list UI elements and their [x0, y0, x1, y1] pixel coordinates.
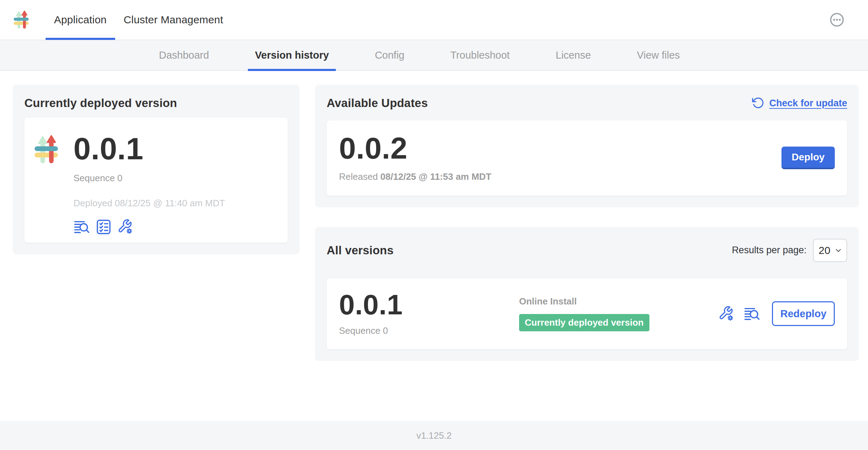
deployed-sequence-label: Sequence 0	[73, 173, 225, 184]
install-type-label: Online Install	[519, 296, 718, 307]
subnav-tab-version-history[interactable]: Version history	[255, 40, 329, 71]
deploy-button[interactable]: Deploy	[781, 147, 835, 169]
deployed-version-card: 0.0.1 Sequence 0 Deployed 08/12/25 @ 11:…	[24, 118, 288, 243]
check-for-update-link[interactable]: Check for update	[751, 97, 847, 109]
row-sequence-label: Sequence 0	[339, 325, 519, 336]
config-wrench-icon	[718, 306, 735, 322]
available-updates-card: Available Updates Check for update 0.0.2…	[315, 85, 859, 207]
subnav-tab-troubleshoot[interactable]: Troubleshoot	[450, 40, 510, 71]
update-version-number: 0.0.2	[339, 134, 492, 163]
deploy-logs-button[interactable]	[73, 219, 90, 235]
available-updates-title: Available Updates	[327, 96, 428, 110]
row-status-info: Online Install Currently deployed versio…	[519, 296, 718, 331]
subnav-tab-view-files[interactable]: View files	[637, 40, 680, 71]
active-subnav-underline	[248, 69, 336, 71]
tab-cluster-management-label: Cluster Management	[124, 14, 223, 26]
overflow-menu-button[interactable]	[829, 12, 845, 28]
deployed-timestamp: Deployed 08/12/25 @ 11:40 am MDT	[73, 198, 225, 209]
tab-application[interactable]: Application	[46, 0, 115, 40]
row-version-info: 0.0.1 Sequence 0	[339, 291, 519, 336]
deploy-logs-button[interactable]	[744, 306, 760, 322]
subnav-tab-config[interactable]: Config	[375, 40, 404, 71]
results-per-page-value: 20	[819, 244, 830, 256]
all-versions-card: All versions Results per page: 20 0.0.	[315, 227, 859, 361]
tab-application-label: Application	[54, 14, 107, 26]
results-per-page: Results per page: 20	[732, 239, 847, 262]
subnav-tab-dashboard[interactable]: Dashboard	[159, 40, 209, 71]
console-version: v1.125.2	[416, 430, 452, 441]
results-per-page-select[interactable]: 20	[813, 239, 847, 262]
row-version-number: 0.0.1	[339, 291, 519, 318]
deployed-version-number: 0.0.1	[73, 134, 225, 164]
console-footer: v1.125.2	[0, 421, 868, 450]
update-released-timestamp: Released 08/12/25 @ 11:53 am MDT	[339, 171, 492, 182]
tab-cluster-management[interactable]: Cluster Management	[115, 0, 232, 40]
deployed-version-info: 0.0.1 Sequence 0 Deployed 08/12/25 @ 11:…	[73, 134, 225, 235]
deploy-logs-icon	[73, 219, 90, 235]
active-tab-underline	[46, 38, 115, 40]
check-for-update-label: Check for update	[769, 98, 847, 109]
deploy-logs-icon	[744, 306, 760, 322]
app-subnav: Dashboard Version history Config Trouble…	[0, 40, 868, 71]
available-update-row: 0.0.2 Released 08/12/25 @ 11:53 am MDT D…	[327, 120, 847, 196]
version-row: 0.0.1 Sequence 0 Online Install Currentl…	[327, 278, 847, 349]
refresh-icon	[751, 97, 764, 109]
preflight-checklist-icon	[95, 219, 112, 235]
preflight-checks-button[interactable]	[95, 219, 112, 235]
top-navbar: Application Cluster Management	[0, 0, 868, 40]
edit-config-button[interactable]	[718, 306, 735, 322]
config-wrench-icon	[117, 219, 133, 235]
currently-deployed-title: Currently deployed version	[24, 96, 288, 110]
redeploy-button[interactable]: Redeploy	[772, 301, 835, 326]
update-version-info: 0.0.2 Released 08/12/25 @ 11:53 am MDT	[339, 134, 492, 182]
currently-deployed-card: Currently deployed version 0.0.1 Sequenc…	[13, 85, 299, 254]
app-logo-icon	[13, 9, 29, 31]
deployed-version-actions	[73, 219, 225, 235]
version-history-page: Currently deployed version 0.0.1 Sequenc…	[0, 71, 868, 421]
all-versions-title: All versions	[327, 244, 393, 257]
currently-deployed-badge: Currently deployed version	[519, 314, 649, 331]
ellipsis-icon	[829, 12, 845, 28]
app-logo-icon	[33, 134, 59, 165]
top-nav-tabs: Application Cluster Management	[46, 0, 232, 40]
edit-config-button[interactable]	[117, 219, 133, 235]
kots-admin-console: Application Cluster Management Dashboard…	[0, 0, 868, 450]
right-column: Available Updates Check for update 0.0.2…	[315, 85, 859, 361]
row-actions: Redeploy	[718, 301, 835, 326]
subnav-tab-license[interactable]: License	[555, 40, 591, 71]
chevron-down-icon	[834, 246, 843, 255]
results-per-page-label: Results per page:	[732, 245, 807, 256]
